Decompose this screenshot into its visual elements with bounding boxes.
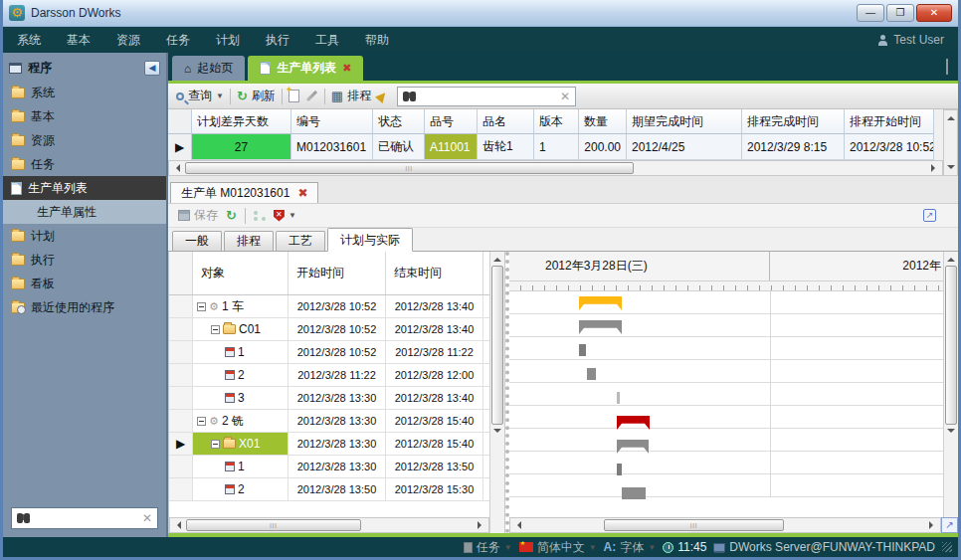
tree-header-1[interactable]: 开始时间: [288, 252, 386, 294]
tree-header-0[interactable]: 对象: [193, 252, 288, 294]
gantt-chart-body[interactable]: [509, 291, 943, 497]
start-time-cell[interactable]: 2012/3/28 13:30: [288, 433, 386, 455]
gantt-bar-7[interactable]: [617, 464, 622, 475]
tree-object-cell[interactable]: C01: [193, 318, 288, 340]
collapse-expander-icon[interactable]: [211, 325, 220, 334]
tree-object-cell[interactable]: 1: [193, 341, 288, 363]
scroll-thumb[interactable]: [185, 162, 634, 174]
grid-cell-1[interactable]: M012031601: [291, 134, 373, 160]
scroll-right-icon[interactable]: [473, 518, 488, 532]
end-time-cell[interactable]: 2012/3/28 13:40: [386, 318, 483, 340]
end-time-cell[interactable]: 2012/3/28 15:40: [386, 410, 483, 432]
tree-row-4[interactable]: 32012/3/28 13:302012/3/28 13:40: [169, 387, 489, 410]
tab-home[interactable]: ⌂ 起始页: [172, 56, 245, 81]
grid-cell-4[interactable]: 齿轮1: [478, 134, 534, 160]
start-time-cell[interactable]: 2012/3/28 11:22: [288, 364, 386, 386]
start-time-cell[interactable]: 2012/3/28 13:50: [288, 478, 386, 500]
schedule-button[interactable]: ▦ 排程: [331, 88, 371, 104]
detail-doc-tab[interactable]: 生产单 M012031601 ✖: [170, 182, 318, 203]
menu-item-0[interactable]: 系统: [17, 33, 41, 47]
tree-row-3[interactable]: 22012/3/28 11:222012/3/28 12:00: [169, 364, 489, 387]
grid-header-9[interactable]: 排程开始时间: [845, 109, 934, 134]
sidebar-item-6[interactable]: 计划: [3, 224, 166, 248]
detail-tab-2[interactable]: 工艺: [276, 231, 325, 251]
sidebar-item-7[interactable]: 执行: [3, 248, 166, 272]
scroll-down-icon[interactable]: [947, 165, 955, 173]
validate-button[interactable]: ▼: [274, 210, 296, 222]
sidebar-search-box[interactable]: ✕: [11, 507, 158, 529]
language-dropdown-icon[interactable]: ▼: [589, 543, 597, 552]
sidebar-item-3[interactable]: 任务: [3, 152, 166, 176]
grid-cell-0[interactable]: 27: [192, 134, 291, 160]
minimize-button[interactable]: —: [857, 4, 884, 22]
menu-item-5[interactable]: 执行: [266, 33, 289, 47]
menu-item-1[interactable]: 基本: [67, 33, 91, 47]
query-dropdown-icon[interactable]: ▼: [216, 92, 224, 100]
window-list-icon[interactable]: [946, 59, 948, 75]
grid-vscrollbar[interactable]: [943, 109, 958, 176]
scroll-thumb[interactable]: [491, 266, 503, 425]
scroll-left-icon[interactable]: [169, 161, 185, 175]
scroll-right-icon[interactable]: [924, 518, 940, 532]
scroll-left-icon[interactable]: [510, 518, 526, 532]
external-link-icon[interactable]: ↗: [923, 209, 936, 222]
start-time-cell[interactable]: 2012/3/28 10:52: [288, 341, 386, 363]
tree-row-7[interactable]: 12012/3/28 13:302012/3/28 13:50: [169, 456, 489, 478]
sidebar-item-9[interactable]: 最近使用的程序: [3, 295, 166, 319]
gantt-bar-3[interactable]: [587, 368, 596, 380]
tree-row-0[interactable]: ⚙1 车2012/3/28 10:522012/3/28 13:40: [169, 295, 489, 318]
edit-button[interactable]: [305, 94, 318, 97]
start-time-cell[interactable]: 2012/3/28 10:52: [288, 295, 386, 317]
grid-header-0[interactable]: 计划差异天数: [192, 109, 291, 134]
grid-header-7[interactable]: 期望完成时间: [627, 109, 742, 134]
grid-cell-5[interactable]: 1: [534, 134, 579, 160]
start-time-cell[interactable]: 2012/3/28 13:30: [288, 410, 386, 432]
status-language[interactable]: 简体中文 ▼: [519, 539, 597, 556]
close-button[interactable]: ✕: [916, 4, 952, 22]
scroll-left-icon[interactable]: [170, 518, 186, 532]
new-button[interactable]: [288, 90, 299, 102]
status-task[interactable]: 任务 ▼: [464, 539, 512, 556]
end-time-cell[interactable]: 2012/3/28 13:40: [386, 387, 483, 409]
scroll-down-icon[interactable]: [493, 429, 501, 437]
collapse-expander-icon[interactable]: [197, 417, 206, 426]
font-dropdown-icon[interactable]: ▼: [648, 543, 656, 552]
scroll-up-icon[interactable]: [947, 254, 955, 262]
tab-close-icon[interactable]: ✖: [342, 62, 351, 75]
grid-hscrollbar[interactable]: [168, 160, 943, 176]
menu-item-3[interactable]: 任务: [166, 33, 190, 47]
grid-header-5[interactable]: 版本: [534, 109, 579, 134]
sidebar-collapse-button[interactable]: ◀: [144, 61, 160, 76]
grid-row[interactable]: ▶ 27M012031601已确认A11001齿轮11200.002012/4/…: [168, 134, 943, 160]
detail-tab-3[interactable]: 计划与实际: [327, 228, 413, 252]
scroll-thumb[interactable]: [945, 266, 957, 425]
scroll-thumb[interactable]: [186, 519, 361, 531]
detail-tab-1[interactable]: 排程: [224, 231, 274, 251]
tree-object-cell[interactable]: 1: [193, 456, 288, 477]
clean-button[interactable]: [377, 92, 387, 101]
sidebar-item-4[interactable]: 生产单列表: [3, 176, 166, 200]
sidebar-item-2[interactable]: 资源: [3, 128, 166, 152]
grid-header-6[interactable]: 数量: [579, 109, 627, 134]
end-time-cell[interactable]: 2012/3/28 11:22: [386, 341, 483, 363]
task-dropdown-icon[interactable]: ▼: [504, 543, 512, 552]
gantt-vscrollbar[interactable]: [943, 252, 958, 517]
tree-object-cell[interactable]: 3: [193, 387, 288, 409]
gantt-bar-2[interactable]: [579, 344, 586, 356]
grid-header-8[interactable]: 排程完成时间: [742, 109, 845, 134]
detail-tab-close-icon[interactable]: ✖: [297, 186, 307, 200]
tree-object-cell[interactable]: 2: [193, 478, 288, 500]
scroll-up-icon[interactable]: [493, 254, 501, 262]
gantt-bar-4[interactable]: [617, 392, 620, 404]
tree-row-8[interactable]: 22012/3/28 13:502012/3/28 15:30: [169, 478, 489, 501]
tab-production-list[interactable]: 生产单列表 ✖: [248, 56, 363, 81]
tree-hscrollbar[interactable]: [169, 517, 489, 533]
tree-object-cell[interactable]: ⚙1 车: [193, 295, 288, 317]
scroll-thumb[interactable]: [604, 519, 784, 531]
status-font[interactable]: A: 字体 ▼: [604, 539, 657, 556]
tree-row-1[interactable]: C012012/3/28 10:522012/3/28 13:40: [169, 318, 489, 341]
grid-header-1[interactable]: 编号: [291, 109, 373, 134]
end-time-cell[interactable]: 2012/3/28 13:50: [386, 456, 483, 477]
menu-item-6[interactable]: 工具: [315, 33, 339, 47]
detail-tab-0[interactable]: 一般: [172, 231, 222, 251]
